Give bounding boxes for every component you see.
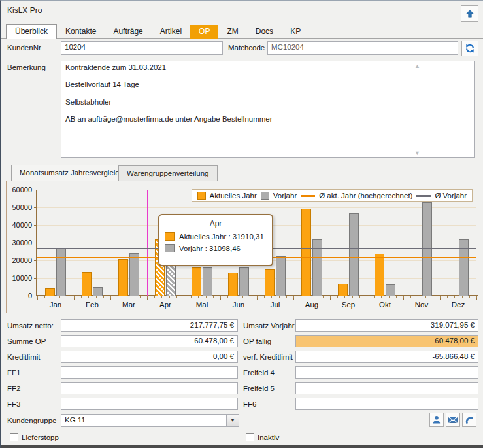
chart-panel: Aktuelles Jahr Vorjahr Ø akt. Jahr (hoch… [6, 181, 478, 313]
verf-kreditlimit-label: verf. Kreditlimit [243, 353, 293, 361]
tab-kontakte[interactable]: Kontakte [57, 25, 105, 39]
bar-aktuelles-jahr-jan[interactable] [45, 288, 55, 296]
tab-ueberblick[interactable]: Überblick [6, 24, 57, 39]
x-axis-label-apr: Apr [148, 301, 183, 309]
bar-vorjahr-mai[interactable] [203, 267, 212, 296]
chart-tooltip: Apr Aktuelles Jahr : 31910,31 Vorjahr : … [158, 214, 273, 266]
ff1-label: FF1 [7, 369, 20, 377]
bar-vorjahr-jun[interactable] [239, 267, 249, 296]
y-axis-tick [34, 207, 37, 208]
contact-person-button[interactable] [429, 413, 444, 427]
ff3-input[interactable] [61, 398, 238, 410]
tooltip-row: Vorjahr : 31098,46 [165, 244, 267, 252]
kundennr-input[interactable]: 10204 [61, 41, 223, 55]
tab-zm[interactable]: ZM [218, 25, 246, 39]
up-arrow-icon [465, 9, 475, 19]
gridline [37, 207, 476, 208]
legend-line-avg-aktuell [301, 195, 315, 197]
collapse-panel-button[interactable] [461, 5, 478, 22]
legend-swatch-aktuelles-jahr [197, 192, 206, 200]
tooltip-value-aktuelles-jahr: Aktuelles Jahr : 31910,31 [179, 233, 264, 241]
legend-label-avg-vorjahr: Ø Vorjahr [435, 192, 467, 199]
tab-artikel[interactable]: Artikel [152, 25, 190, 39]
x-axis-label-jun: Jun [221, 301, 256, 309]
tab-kp[interactable]: KP [282, 25, 309, 39]
umsatz-vorjahr-value[interactable]: 319.071,95 € [295, 319, 478, 332]
tooltip-row: Aktuelles Jahr : 31910,31 [165, 232, 267, 241]
bar-aktuelles-jahr-sep[interactable] [338, 284, 348, 296]
refresh-button[interactable] [461, 41, 478, 56]
y-axis-tick [34, 190, 37, 190]
tooltip-swatch-aktuelles-jahr [165, 232, 175, 241]
bar-aktuelles-jahr-feb[interactable] [82, 272, 92, 296]
chart-tab-monatsumsatz[interactable]: Monatsumsatz Jahresvergleich [11, 165, 132, 181]
window-bottom-edge [1, 445, 483, 448]
y-axis-tick [34, 278, 37, 279]
y-axis-tick [34, 260, 37, 261]
bar-vorjahr-mar[interactable] [129, 253, 139, 296]
bar-aktuelles-jahr-jul[interactable] [265, 269, 275, 296]
legend-label-avg-aktuell: Ø akt. Jahr (hochgerechnet) [319, 192, 412, 199]
x-axis-label-mar: Mar [111, 301, 146, 309]
ff2-input[interactable] [61, 382, 238, 394]
scroll-up-icon[interactable]: ▲ [414, 63, 420, 69]
umsatz-vorjahr-label: Umsatz Vorjahr: [243, 322, 297, 330]
contact-person-icon [431, 415, 442, 425]
y-axis-tick-label: 40000 [6, 221, 32, 229]
tab-auftraege[interactable]: Aufträge [105, 25, 151, 39]
bar-aktuelles-jahr-aug[interactable] [301, 209, 311, 296]
chevron-down-icon[interactable]: ▼ [226, 415, 239, 426]
summe-op-value[interactable]: 60.478,00 € [61, 335, 238, 347]
bar-vorjahr-sep[interactable] [349, 213, 359, 296]
lieferstopp-checkbox[interactable] [10, 433, 18, 441]
bar-aktuelles-jahr-mar[interactable] [118, 259, 128, 296]
freifeld4-label: Freifeld 4 [243, 369, 275, 377]
y-axis-tick [34, 225, 37, 226]
bar-vorjahr-jul[interactable] [276, 256, 286, 296]
bemerkung-textarea[interactable]: Kontraktende zum 31.03.2021 Bestellvorla… [61, 61, 475, 158]
tooltip-swatch-vorjahr [165, 244, 175, 252]
chart-tab-warengruppen[interactable]: Warengruppenverteilung [118, 165, 218, 181]
kundengruppe-select[interactable]: KG 11 ▼ [61, 414, 239, 427]
tooltip-title: Apr [165, 219, 267, 228]
email-button[interactable] [446, 413, 460, 427]
y-axis-tick-label: 60000 [6, 186, 32, 194]
summe-op-label: Summe OP [7, 337, 46, 345]
bar-vorjahr-feb[interactable] [93, 287, 103, 296]
bar-vorjahr-okt[interactable] [386, 284, 395, 296]
verf-kreditlimit-value[interactable]: -65.866,48 € [295, 351, 478, 363]
freifeld5-input[interactable] [295, 382, 478, 394]
window-title: KisLX Pro [7, 6, 42, 15]
kreditlimit-value[interactable]: 0,00 € [61, 351, 238, 363]
phone-button[interactable] [462, 413, 476, 427]
umsatz-netto-label: Umsatz netto: [7, 322, 54, 330]
y-axis-tick-label: 30000 [6, 239, 32, 247]
bar-aktuelles-jahr-jun[interactable] [228, 273, 238, 296]
freifeld4-input[interactable] [295, 366, 478, 379]
refresh-icon [465, 43, 475, 54]
tab-docs[interactable]: Docs [247, 25, 282, 39]
bar-aktuelles-jahr-mai[interactable] [192, 267, 201, 296]
ff1-input[interactable] [61, 366, 238, 379]
x-axis-label-nov: Nov [404, 301, 439, 309]
lieferstopp-label: Lieferstopp [22, 434, 59, 441]
x-axis-label-jan: Jan [38, 301, 73, 309]
y-axis-tick [34, 296, 37, 296]
y-axis-tick-label: 20000 [6, 256, 32, 264]
x-axis-label-okt: Okt [367, 301, 403, 309]
umsatz-netto-value[interactable]: 217.777,75 € [61, 319, 238, 332]
bar-vorjahr-jan[interactable] [56, 249, 66, 296]
ff6-input[interactable] [295, 398, 478, 410]
inaktiv-checkbox[interactable] [246, 433, 254, 441]
x-axis-label-sep: Sep [331, 301, 366, 309]
scroll-down-icon[interactable]: ▼ [414, 150, 420, 156]
x-axis-label-mai: Mai [184, 301, 220, 309]
y-axis-tick-label: 50000 [6, 203, 32, 211]
y-axis-tick [34, 243, 37, 243]
matchcode-input[interactable]: MC10204 [267, 41, 458, 55]
bar-aktuelles-jahr-okt[interactable] [375, 254, 384, 296]
chart-minor-ticks [37, 296, 477, 298]
kundengruppe-label: Kundengruppe [7, 417, 56, 424]
op-faellig-value[interactable]: 60.478,00 € [295, 335, 478, 347]
tab-op[interactable]: OP [190, 25, 218, 39]
